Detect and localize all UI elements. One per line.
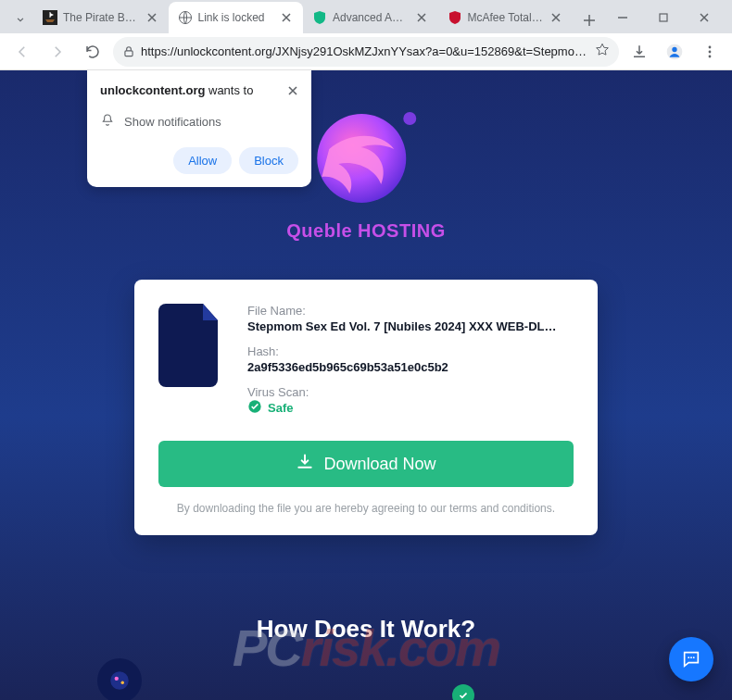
notification-origin-line: unlockcontent.org wants to <box>100 83 253 97</box>
shield-icon <box>312 10 327 25</box>
profile-button[interactable] <box>660 37 689 67</box>
download-icon <box>296 453 314 476</box>
mcafee-icon <box>448 10 462 25</box>
menu-button[interactable] <box>695 37 725 67</box>
close-icon[interactable] <box>287 83 298 100</box>
brand-name: Queble HOSTING <box>286 220 445 242</box>
maximize-button[interactable] <box>643 2 684 33</box>
chat-icon <box>681 649 701 669</box>
download-card: File Name: Stepmom Sex Ed Vol. 7 [Nubile… <box>134 280 598 535</box>
tab-ad-blocker[interactable]: Advanced Ad Blocker <box>303 2 438 33</box>
tab-link-locked[interactable]: Link is locked <box>169 2 304 33</box>
lock-icon <box>122 45 135 58</box>
globe-icon <box>178 10 193 25</box>
bell-icon <box>100 113 115 131</box>
hash-value: 2a9f5336ed5b965c69b53a51e0c5b2 <box>247 360 574 374</box>
close-window-button[interactable] <box>684 2 725 33</box>
hash-label: Hash: <box>247 344 574 358</box>
minimize-button[interactable] <box>602 2 643 33</box>
file-name-value: Stepmom Sex Ed Vol. 7 [Nubiles 2024] XXX… <box>247 319 574 333</box>
notification-text: Show notifications <box>124 115 221 129</box>
downloads-button[interactable] <box>625 37 654 67</box>
svg-rect-2 <box>660 14 667 21</box>
planet-logo-icon <box>306 98 426 209</box>
ship-icon <box>43 10 57 25</box>
tab-pirate-bay[interactable]: The Pirate Bay - The g… <box>33 2 169 33</box>
svg-point-15 <box>688 656 689 658</box>
svg-point-8 <box>709 55 712 57</box>
close-icon[interactable] <box>145 10 159 25</box>
notification-origin: unlockcontent.org <box>100 83 205 97</box>
browser-chrome: The Pirate Bay - The g… Link is locked A… <box>0 0 732 70</box>
chat-fab[interactable] <box>669 637 713 681</box>
block-button[interactable]: Block <box>239 147 298 174</box>
new-tab-button[interactable] <box>576 7 602 33</box>
close-icon[interactable] <box>549 10 563 25</box>
tab-title: Link is locked <box>198 11 274 24</box>
disclaimer-text: By downloading the file you are hereby a… <box>158 502 574 515</box>
svg-rect-3 <box>125 50 133 56</box>
svg-point-16 <box>690 656 692 658</box>
check-icon <box>452 684 474 700</box>
check-circle-icon <box>247 399 262 417</box>
back-button[interactable] <box>7 37 37 67</box>
step-circle <box>97 658 142 700</box>
allow-button[interactable]: Allow <box>173 147 232 174</box>
tab-title: McAfee Total Security <box>468 11 544 24</box>
how-it-works-heading: How Does It Work? <box>257 615 475 644</box>
virus-scan-value: Safe <box>268 401 293 415</box>
how-it-works-row <box>0 658 732 700</box>
svg-point-10 <box>403 112 416 125</box>
notification-permission-popup: unlockcontent.org wants to Show notifica… <box>87 70 311 187</box>
tab-search-button[interactable] <box>7 6 33 33</box>
svg-point-6 <box>709 45 712 48</box>
bookmark-icon[interactable] <box>595 43 610 60</box>
tab-title: The Pirate Bay - The g… <box>63 11 139 24</box>
forward-button[interactable] <box>43 37 72 67</box>
tab-title: Advanced Ad Blocker <box>333 11 409 24</box>
chevron-down-icon <box>14 13 27 26</box>
file-name-label: File Name: <box>247 304 574 318</box>
file-icon <box>158 304 225 387</box>
svg-point-12 <box>110 671 129 690</box>
reload-button[interactable] <box>78 37 107 67</box>
svg-point-13 <box>114 677 118 681</box>
svg-point-14 <box>120 681 123 683</box>
address-bar[interactable]: https://unlockcontent.org/JXNjsy291OskMZ… <box>113 37 619 67</box>
page-content: unlockcontent.org wants to Show notifica… <box>0 70 732 700</box>
close-icon[interactable] <box>414 10 429 25</box>
svg-point-17 <box>693 656 695 658</box>
svg-point-7 <box>709 50 712 53</box>
download-button-label: Download Now <box>323 455 435 474</box>
download-button[interactable]: Download Now <box>158 441 574 487</box>
svg-point-5 <box>672 46 676 51</box>
url-text: https://unlockcontent.org/JXNjsy291OskMZ… <box>141 44 589 58</box>
window-controls <box>602 2 725 33</box>
step-circle <box>426 658 471 700</box>
close-icon[interactable] <box>279 10 294 25</box>
globe-icon <box>107 669 132 693</box>
tab-strip: The Pirate Bay - The g… Link is locked A… <box>0 0 732 33</box>
virus-scan-label: Virus Scan: <box>247 385 574 399</box>
browser-toolbar: https://unlockcontent.org/JXNjsy291OskMZ… <box>0 33 732 70</box>
tab-mcafee[interactable]: McAfee Total Security <box>438 2 574 33</box>
